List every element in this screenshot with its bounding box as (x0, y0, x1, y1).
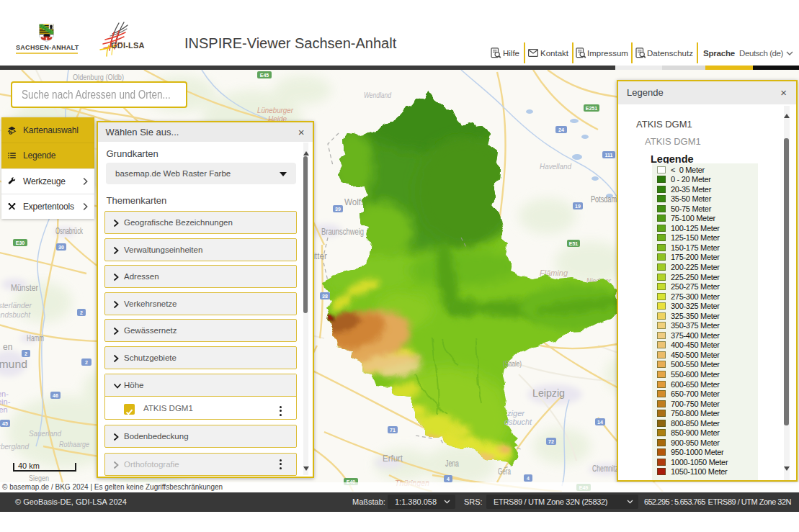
svg-text:nsterländer: nsterländer (0, 301, 32, 310)
svg-text:111: 111 (605, 153, 613, 158)
svg-text:14: 14 (597, 420, 603, 425)
svg-text:Münster: Münster (11, 283, 38, 293)
svg-text:71: 71 (390, 428, 396, 433)
svg-text:30: 30 (58, 245, 64, 250)
svg-text:en: en (3, 342, 12, 352)
svg-text:Leipzig: Leipzig (532, 387, 565, 399)
svg-text:Potsdam: Potsdam (591, 194, 617, 204)
svg-text:Lüneburger: Lüneburger (257, 106, 294, 114)
svg-text:19: 19 (575, 204, 581, 209)
svg-text:4: 4 (527, 476, 530, 481)
svg-text:Rothaarge: Rothaarge (59, 441, 89, 448)
svg-text:Wendland: Wendland (364, 91, 392, 99)
svg-text:24: 24 (558, 127, 564, 132)
svg-text:Sauerland: Sauerland (29, 429, 62, 438)
svg-text:Siegen: Siegen (29, 474, 49, 482)
svg-text:tmund: tmund (0, 359, 27, 370)
svg-text:2: 2 (80, 310, 83, 315)
svg-text:E251: E251 (586, 106, 597, 111)
svg-text:(Saale): (Saale) (503, 359, 522, 368)
svg-text:2: 2 (85, 360, 88, 365)
svg-text:erbergland: erbergland (0, 442, 30, 451)
svg-text:Jena: Jena (445, 459, 459, 469)
svg-text:Osnabrück: Osnabrück (55, 226, 84, 236)
svg-text:38: 38 (322, 294, 328, 299)
svg-text:Havelland: Havelland (540, 162, 572, 171)
svg-text:39: 39 (335, 207, 341, 212)
svg-text:Hamm: Hamm (27, 333, 44, 343)
svg-text:72: 72 (548, 439, 554, 444)
svg-text:Erfurt: Erfurt (383, 454, 403, 464)
svg-text:dsbucht: dsbucht (504, 418, 532, 426)
svg-text:Chemnitz: Chemnitz (592, 464, 618, 474)
svg-text:len: len (0, 405, 8, 414)
svg-text:Oldenburg (Oldb): Oldenburg (Oldb) (73, 73, 124, 81)
svg-text:flandsbucht: flandsbucht (0, 310, 31, 319)
svg-text:2: 2 (24, 351, 27, 356)
svg-text:E45: E45 (260, 73, 269, 78)
svg-text:4: 4 (447, 477, 450, 482)
svg-text:45: 45 (2, 421, 8, 426)
svg-text:E30: E30 (16, 240, 25, 245)
svg-text:ziger: ziger (506, 409, 525, 418)
svg-text:Fläming: Fläming (540, 269, 568, 277)
svg-text:46: 46 (53, 393, 58, 398)
svg-text:Braunschweig: Braunschweig (321, 227, 364, 237)
svg-text:E51: E51 (569, 241, 579, 246)
